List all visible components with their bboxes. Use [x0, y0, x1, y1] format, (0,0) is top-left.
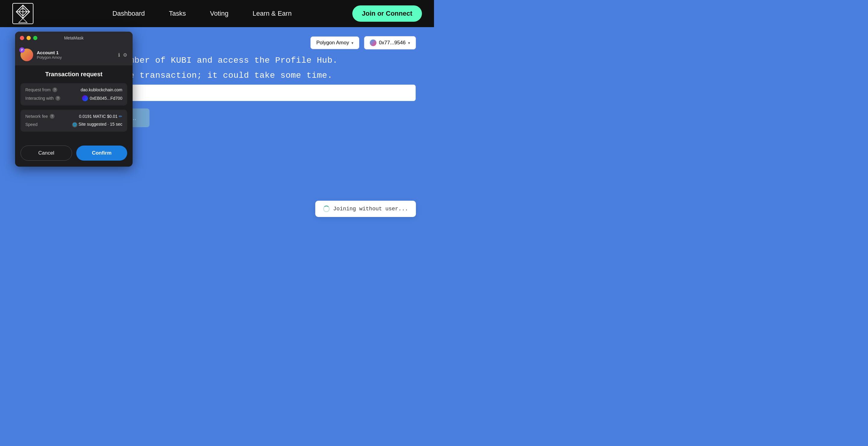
main-area: Polygon Amoy ▾ 0x77...9546 ▾ ome a Membe… — [0, 27, 434, 223]
logo-area — [12, 3, 34, 24]
mm-avatar-badge: P — [19, 47, 25, 53]
mm-account-network: Polygon Amoy — [37, 55, 115, 60]
mm-account-row: P Account 1 Polygon Amoy ℹ ⚙ — [15, 44, 133, 65]
mm-maximize-dot[interactable] — [33, 36, 37, 40]
navbar: Dashboard Tasks Voting Learn & Earn Join… — [0, 0, 434, 27]
network-label: Polygon Amoy — [316, 40, 349, 46]
mm-speed-row: Speed 🌐 Site suggested · 15 sec — [25, 122, 122, 127]
svg-marker-7 — [19, 19, 27, 23]
join-connect-button[interactable]: Join or Connect — [352, 5, 422, 22]
mm-body: Transaction request Request from ? dao.k… — [15, 65, 133, 141]
mm-speed-value: 🌐 Site suggested · 15 sec — [72, 122, 122, 127]
mm-network-fee-value: 0.0191 MATIC $0.01 ✏ — [79, 114, 122, 119]
nav-dashboard[interactable]: Dashboard — [113, 10, 145, 18]
mm-request-from-value: dao.kublockchain.com — [81, 87, 122, 92]
mm-request-from-row: Request from ? dao.kublockchain.com — [25, 87, 122, 92]
mm-close-dot[interactable] — [20, 36, 24, 40]
mm-title: MetaMask — [64, 36, 84, 40]
mm-settings-icon[interactable]: ⚙ — [123, 52, 127, 58]
nav-links: Dashboard Tasks Voting Learn & Earn — [52, 10, 352, 18]
mm-network-fee-row: Network fee ? 0.0191 MATIC $0.01 ✏ — [25, 114, 122, 119]
nav-tasks[interactable]: Tasks — [169, 10, 186, 18]
mm-confirm-button[interactable]: Confirm — [76, 146, 127, 161]
mm-account-avatar: P — [21, 49, 33, 61]
mm-account-name: Account 1 — [37, 50, 115, 55]
metamask-popup: MetaMask P Account 1 Polygon Amoy ℹ ⚙ Tr… — [15, 32, 133, 167]
mm-info-icon[interactable]: ℹ — [118, 52, 120, 58]
mm-interacting-label: Interacting with ? — [25, 96, 60, 101]
mm-speed-globe-icon: 🌐 — [72, 122, 78, 127]
mm-buttons: Cancel Confirm — [15, 141, 133, 167]
joining-without-user-toast: Joining without user... — [315, 201, 416, 217]
mm-contract-icon — [82, 95, 88, 101]
mm-request-section: Request from ? dao.kublockchain.com Inte… — [21, 83, 127, 105]
mm-account-info: Account 1 Polygon Amoy — [37, 50, 115, 60]
mm-interacting-help-icon[interactable]: ? — [56, 96, 60, 101]
mm-request-from-label: Request from ? — [25, 87, 57, 92]
wallet-address-button[interactable]: 0x77...9546 ▾ — [364, 36, 416, 50]
mm-network-fee-label: Network fee ? — [25, 114, 55, 119]
wallet-address-label: 0x77...9546 — [379, 40, 406, 46]
mm-fee-section: Network fee ? 0.0191 MATIC $0.01 ✏ Speed… — [21, 110, 127, 132]
mm-account-icons: ℹ ⚙ — [118, 52, 127, 58]
wallet-row: Polygon Amoy ▾ 0x77...9546 ▾ — [310, 36, 416, 50]
mm-fee-help-icon[interactable]: ? — [50, 114, 55, 119]
nav-right: Join or Connect — [352, 5, 422, 22]
wallet-avatar — [370, 39, 376, 46]
network-chevron-icon: ▾ — [351, 41, 353, 45]
nav-voting[interactable]: Voting — [210, 10, 228, 18]
nav-learn-earn[interactable]: Learn & Earn — [253, 10, 292, 18]
mm-cancel-button[interactable]: Cancel — [21, 146, 72, 161]
mm-minimize-dot[interactable] — [27, 36, 31, 40]
mm-request-from-help-icon[interactable]: ? — [53, 87, 57, 92]
address-chevron-icon: ▾ — [408, 41, 410, 45]
toast-spinner-icon — [323, 205, 330, 212]
mm-interacting-value: 0xEB045...Fd700 — [82, 95, 122, 101]
toast-label: Joining without user... — [333, 206, 408, 212]
logo-icon — [12, 3, 34, 24]
mm-titlebar: MetaMask — [15, 32, 133, 44]
mm-fee-edit-icon[interactable]: ✏ — [119, 114, 122, 119]
network-selector[interactable]: Polygon Amoy ▾ — [310, 36, 359, 49]
mm-speed-label: Speed — [25, 122, 37, 127]
tutorial-input-area[interactable]: tutorial — [87, 84, 416, 101]
mm-tx-title: Transaction request — [21, 71, 127, 78]
mm-interacting-row: Interacting with ? 0xEB045...Fd700 — [25, 95, 122, 101]
